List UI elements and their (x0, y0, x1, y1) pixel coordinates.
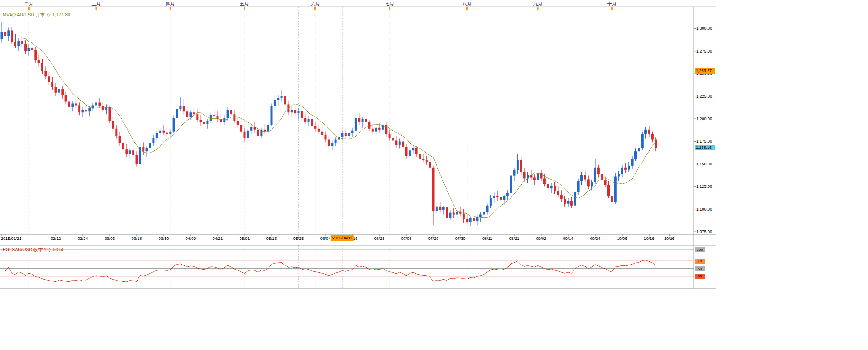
month-marker-icon (170, 7, 171, 10)
month-marker-icon (28, 7, 30, 10)
month-marker-icon (611, 7, 613, 10)
mva-line (22, 38, 656, 218)
date-tick-label: 02/12 (51, 236, 61, 241)
month-marker-icon (244, 7, 245, 10)
price-tick-label: 1,100.00 (696, 207, 712, 212)
rsi-level-label: 100 (695, 247, 705, 252)
date-tick-label: 09/02 (536, 236, 547, 241)
month-label: 九月 (533, 1, 543, 7)
date-tick-label: 02/24 (78, 236, 88, 241)
date-tick-label: 08/11 (482, 236, 492, 241)
date-tick-label: 03/06 (105, 236, 115, 241)
date-tick-label: 08/21 (509, 236, 520, 241)
date-tick-label: 09/24 (590, 236, 601, 241)
date-tick-label: 05/25 (293, 236, 304, 241)
date-tick-label: 07/30 (455, 236, 466, 241)
selected-date-tag[interactable]: 2015/06/11 (331, 235, 354, 241)
date-tick-label: 07/08 (401, 236, 412, 241)
pane-borders (0, 7, 716, 289)
date-tick-label: 04/21 (213, 236, 223, 241)
month-label: 十月 (607, 1, 617, 7)
rsi-level-label: 30 (695, 274, 705, 279)
price-tick-label: 1,225.00 (696, 94, 712, 99)
month-label: 三月 (92, 1, 101, 7)
price-tag: 1,253.27 (695, 68, 715, 74)
date-tick-label: 10/06 (617, 236, 628, 241)
month-label: 八月 (463, 1, 472, 7)
rsi-line (5, 260, 655, 282)
price-tick-label: 1,125.00 (696, 184, 712, 189)
date-tick-label: 03/30 (159, 236, 169, 241)
price-tick-label: 1,075.00 (696, 229, 712, 234)
month-marker-icon (96, 7, 97, 10)
date-tick-label: 07/20 (428, 236, 439, 241)
rsi-level-label: 70 (695, 259, 705, 264)
trading-chart-window: 二月三月四月五月六月七月八月九月十月 MVA(XAU/USD.开市.7): 1,… (0, 0, 868, 350)
price-tag: 1,168.16 (695, 145, 715, 150)
price-tick-marks (694, 28, 696, 232)
date-tick-label: 05/01 (240, 236, 250, 241)
month-marker-icon (466, 7, 468, 10)
price-tick-label: 1,200.00 (696, 117, 712, 121)
mva-indicator-label: MVA(XAU/USD.开市.7): 1,171.80 (3, 12, 70, 18)
price-tick-label: 1,300.00 (696, 26, 712, 31)
month-marker-icon (537, 7, 539, 10)
rsi-indicator-label: RSI(XAU/USD.收市.14): 50.55 (3, 247, 64, 253)
candlestick-series (1, 22, 657, 227)
date-tick-label: 04/09 (186, 236, 196, 241)
date-tick-label: 09/14 (563, 236, 574, 241)
rsi-level-lines (0, 249, 694, 276)
date-tick-label: 03/18 (132, 236, 142, 241)
date-tick-label: 05/13 (266, 236, 277, 241)
month-marker-icon (389, 7, 390, 10)
rsi-level-label: 50 (695, 266, 705, 271)
date-tick-label: 10/26 (664, 236, 675, 241)
price-tick-label: 1,275.00 (696, 49, 712, 53)
month-marker-icon (314, 7, 316, 10)
price-tick-label: 1,175.00 (696, 139, 712, 143)
month-label: 五月 (240, 1, 249, 7)
month-label: 六月 (311, 1, 320, 7)
month-label: 二月 (24, 1, 33, 7)
date-tick-label: 06/26 (374, 236, 385, 241)
selection-lines (298, 7, 342, 289)
month-label: 四月 (166, 1, 175, 7)
price-tick-label: 1,150.00 (696, 162, 712, 166)
month-label: 七月 (385, 1, 394, 7)
date-tick-label: 2015/01/21 (1, 236, 21, 241)
date-tick-label: 06/04 (320, 236, 331, 241)
chart-canvas[interactable] (0, 0, 868, 350)
date-tick-label: 10/16 (644, 236, 655, 241)
month-gridlines (28, 7, 613, 289)
